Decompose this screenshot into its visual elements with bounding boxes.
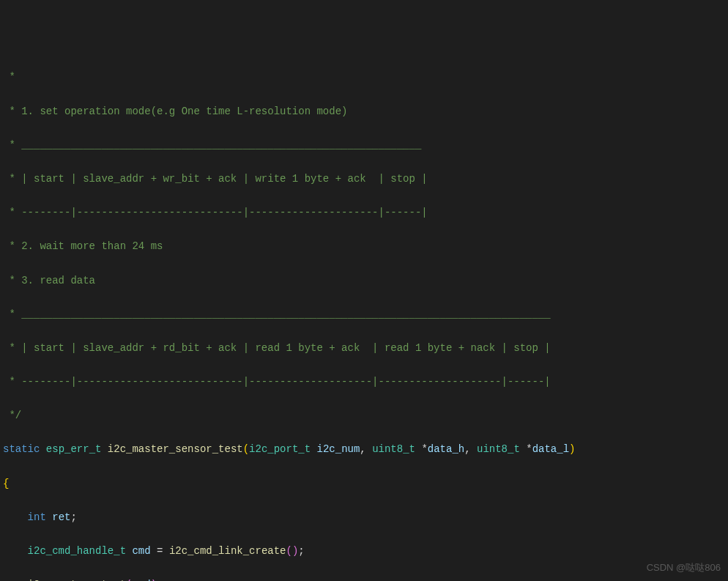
watermark: CSDN @哒哒806 [647, 560, 721, 575]
comment-line: * [0, 69, 728, 86]
comma: , [360, 443, 372, 455]
code-line[interactable]: static esp_err_t i2c_master_sensor_test(… [0, 441, 728, 458]
comment-line: * | start | slave_addr + wr_bit + ack | … [0, 171, 728, 188]
code-line[interactable]: i2c_cmd_handle_t cmd = i2c_cmd_link_crea… [0, 543, 728, 560]
var-ret: ret [52, 511, 70, 523]
code-line[interactable]: i2c_master_start(cmd); [0, 577, 728, 581]
type-uint8-t: uint8_t [372, 443, 415, 455]
param-data-l: data_l [532, 443, 569, 455]
type-i2c-port-t: i2c_port_t [249, 443, 311, 455]
code-line[interactable]: int ret; [0, 509, 728, 526]
param-i2c-num: i2c_num [317, 443, 360, 455]
var-cmd: cmd [132, 545, 150, 557]
semicolon: ; [70, 511, 76, 523]
semicolon: ; [298, 545, 304, 557]
comment-line: * --------|---------------------------|-… [0, 204, 728, 221]
paren-open: ( [243, 443, 249, 455]
comment-line: * | start | slave_addr + rd_bit + ack | … [0, 340, 728, 357]
comma: , [464, 443, 477, 455]
comment-line: * --------|---------------------------|-… [0, 374, 728, 391]
comment-line: * ______________________________________… [0, 306, 728, 323]
param-data-h: data_h [428, 443, 464, 455]
function-name: i2c_master_sensor_test [108, 443, 243, 455]
pointer-star: * [526, 443, 532, 455]
brace-open: { [3, 478, 9, 489]
keyword-int: int [28, 511, 46, 523]
pointer-star: * [421, 443, 427, 455]
comment-line: * 3. read data [0, 273, 728, 289]
paren-close: ) [569, 443, 575, 455]
type-cmd-handle: i2c_cmd_handle_t [28, 545, 126, 557]
type-esp-err-t: esp_err_t [46, 443, 102, 455]
comment-line: * ______________________________________… [0, 137, 728, 154]
comment-line: * 2. wait more than 24 ms [0, 238, 728, 255]
type-uint8-t: uint8_t [477, 443, 520, 455]
keyword-static: static [3, 443, 40, 455]
comment-line: */ [0, 407, 728, 424]
paren-open: ( [286, 545, 292, 557]
comment-line: * 1. set operation mode(e.g One time L-r… [0, 103, 728, 120]
equals: = [157, 545, 169, 557]
code-line[interactable]: { [0, 475, 728, 492]
fn-link-create: i2c_cmd_link_create [169, 545, 286, 557]
